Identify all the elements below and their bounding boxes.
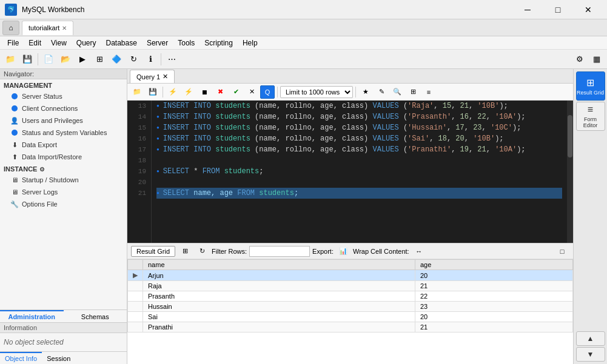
result-grid-view-btn[interactable]: ⊞ Result Grid: [576, 71, 605, 101]
col-age-header[interactable]: age: [415, 260, 572, 270]
tab-administration[interactable]: Administration: [0, 310, 64, 322]
startup-icon: 🖥: [10, 175, 19, 185]
query-tab-close-icon[interactable]: ✕: [163, 73, 168, 81]
toolbar-refresh-icon[interactable]: ↻: [126, 52, 141, 67]
toolbar-separator-2: [161, 53, 161, 65]
filter-rows-input[interactable]: [249, 246, 310, 257]
table-row[interactable]: Hussain 23: [128, 302, 573, 312]
nav-server-logs[interactable]: 🖥 Server Logs: [0, 186, 127, 198]
object-info-label: Object Info: [5, 355, 37, 362]
cell-name: Hussain: [143, 302, 415, 312]
minimize-button[interactable]: ─: [514, 0, 542, 19]
qtb-find-icon[interactable]: 🔍: [390, 85, 404, 99]
server-status-label: Server Status: [22, 93, 62, 100]
form-editor-btn[interactable]: ≡ Form Editor: [576, 102, 605, 131]
information-bar: Information: [0, 322, 127, 333]
form-editor-icon: ≡: [588, 104, 593, 115]
scroll-up-btn[interactable]: ▲: [576, 331, 605, 346]
qtb-run-selection-icon[interactable]: ⚡: [181, 85, 196, 99]
menu-server[interactable]: Server: [142, 38, 173, 48]
qtb-columns-icon[interactable]: ⊞: [406, 85, 420, 99]
toolbar-info-icon[interactable]: ℹ: [143, 52, 158, 67]
toolbar-settings-icon[interactable]: ⚙: [572, 52, 588, 67]
nav-client-connections[interactable]: Client Connections: [0, 102, 127, 114]
toolbar-table-icon[interactable]: ⊞: [92, 52, 107, 67]
qtb-bookmark-icon[interactable]: ★: [358, 85, 373, 99]
bottom-tabs: Object Info Session: [0, 351, 127, 364]
code-line-13: ● INSERT INTO students (name, rollno, ag…: [156, 101, 562, 111]
close-button[interactable]: ✕: [574, 0, 602, 19]
no-object-text: No object selected: [0, 333, 127, 351]
row-arrow: [128, 302, 143, 312]
tab-schemas[interactable]: Schemas: [64, 310, 127, 322]
menu-database[interactable]: Database: [101, 38, 142, 48]
nav-data-export[interactable]: ⬇ Data Export: [0, 139, 127, 151]
nav-data-import[interactable]: ⬆ Data Import/Restore: [0, 151, 127, 163]
window-controls: ─ □ ✕: [514, 0, 602, 19]
table-row[interactable]: ▶ Arjun 20: [128, 270, 573, 281]
code-line-15: ● INSERT INTO students (name, rollno, ag…: [156, 122, 562, 133]
col-name-header[interactable]: name: [143, 260, 415, 270]
code-area[interactable]: ● INSERT INTO students (name, rollno, ag…: [152, 101, 567, 243]
wrap-btn[interactable]: ↔: [412, 245, 426, 258]
menu-view[interactable]: View: [46, 38, 72, 48]
result-split-btn[interactable]: □: [555, 245, 569, 258]
toolbar-run-icon[interactable]: ▶: [75, 52, 90, 67]
menu-query[interactable]: Query: [72, 38, 101, 48]
toolbar-more-icon[interactable]: ⋯: [164, 52, 179, 67]
tab-object-info[interactable]: Object Info: [0, 352, 42, 364]
result-table-wrapper[interactable]: name age ▶ Arjun 20: [127, 259, 573, 364]
nav-startup-shutdown[interactable]: 🖥 Startup / Shutdown: [0, 174, 127, 186]
qtb-stop-icon[interactable]: ⏹: [197, 85, 212, 99]
nav-server-status[interactable]: Server Status: [0, 90, 127, 102]
toolbar-new-query-icon[interactable]: 📄: [41, 52, 56, 67]
qtb-more-icon[interactable]: ≡: [421, 85, 436, 99]
result-grid-tab-btn[interactable]: Result Grid: [131, 246, 175, 257]
table-row[interactable]: Pranathi 21: [128, 322, 573, 333]
maximize-button[interactable]: □: [544, 0, 572, 19]
toolbar-layout-icon[interactable]: ▦: [589, 52, 605, 67]
tab-close-icon[interactable]: ✕: [62, 25, 67, 31]
result-refresh-btn[interactable]: ↻: [195, 245, 209, 258]
result-format-btn[interactable]: ⊞: [178, 245, 192, 258]
query-tab-1[interactable]: Query 1 ✕: [130, 70, 175, 83]
table-row[interactable]: Prasanth 22: [128, 291, 573, 302]
session-label: Session: [47, 355, 70, 362]
toolbar-open-icon[interactable]: 📂: [58, 52, 73, 67]
qtb-ok-icon[interactable]: ✔: [229, 85, 243, 99]
qtb-error-icon[interactable]: ✖: [213, 85, 227, 99]
table-row[interactable]: Raja 21: [128, 281, 573, 291]
editor-scrollbar[interactable]: [567, 101, 573, 243]
toolbar-folder-icon[interactable]: 📁: [2, 52, 18, 67]
nav-users-privileges[interactable]: 👤 Users and Privileges: [0, 114, 127, 127]
toolbar-schema-icon[interactable]: 🔷: [109, 52, 124, 67]
menu-help[interactable]: Help: [238, 38, 263, 48]
server-logs-icon: 🖥: [10, 187, 19, 197]
sql-editor[interactable]: 13 14 15 16 17 18 19 20 21 ● INSERT INTO: [127, 101, 573, 243]
right-panel: ⊞ Result Grid ≡ Form Editor ▲ ▼: [573, 69, 607, 364]
menu-file[interactable]: File: [2, 38, 24, 48]
scroll-down-btn[interactable]: ▼: [576, 347, 605, 362]
menu-scripting[interactable]: Scripting: [200, 38, 238, 48]
toolbar-save-icon[interactable]: 💾: [19, 52, 35, 67]
nav-status-variables[interactable]: Status and System Variables: [0, 127, 127, 139]
qtb-query-icon[interactable]: Q: [260, 85, 275, 99]
table-row[interactable]: Sai 20: [128, 312, 573, 322]
qtb-cancel-icon[interactable]: ✕: [244, 85, 259, 99]
app-icon: 🐬: [5, 4, 17, 16]
menu-edit[interactable]: Edit: [24, 38, 46, 48]
code-line-19: ● SELECT * FROM students;: [156, 166, 562, 177]
home-button[interactable]: ⌂: [2, 21, 19, 35]
qtb-save-icon[interactable]: 💾: [146, 85, 160, 99]
cell-name: Sai: [143, 312, 415, 322]
nav-options-file[interactable]: 🔧 Options File: [0, 198, 127, 210]
menu-tools[interactable]: Tools: [173, 38, 200, 48]
export-btn[interactable]: 📊: [336, 245, 350, 258]
qtb-format-icon[interactable]: ✎: [374, 85, 389, 99]
limit-rows-select[interactable]: Limit to 1000 rows No Limit Limit to 10 …: [280, 86, 353, 98]
tab-session[interactable]: Session: [42, 352, 75, 364]
qtb-open-icon[interactable]: 📁: [130, 85, 144, 99]
qtb-run-icon[interactable]: ⚡: [166, 85, 180, 99]
query-toolbar: 📁 💾 ⚡ ⚡ ⏹ ✖ ✔ ✕ Q Limit to 1000 rows No …: [127, 84, 573, 101]
connection-tab[interactable]: tutorialkart ✕: [22, 21, 73, 35]
